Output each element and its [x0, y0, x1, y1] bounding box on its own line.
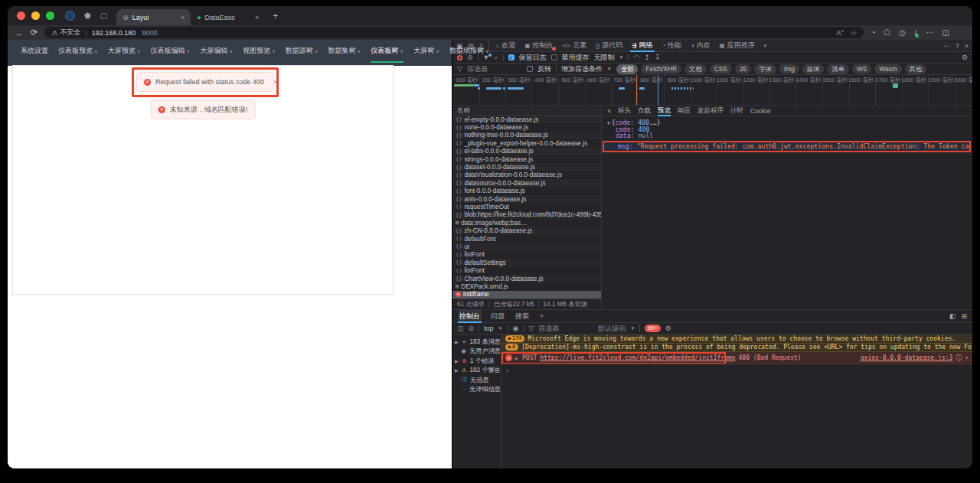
extensions-icon[interactable]: ⬠ — [884, 28, 890, 37]
dock-panel-icon[interactable]: ◧ — [949, 312, 956, 320]
filter-chip-Img[interactable]: Img — [779, 64, 799, 73]
page-nav-item[interactable]: 系统设置 — [21, 46, 48, 66]
search-icon[interactable]: ⌕ — [494, 54, 498, 62]
filter-chip-WS[interactable]: WS — [852, 64, 871, 73]
expander-icon[interactable]: ▶ — [515, 355, 519, 361]
expander-icon[interactable]: ▼ — [607, 120, 610, 126]
request-row[interactable]: {}datasource-0.0.0-dataease.js — [452, 179, 601, 187]
console-drawer-tab-问题[interactable]: 问题 — [489, 310, 506, 323]
console-sidebar-item[interactable]: ▶⊗1 个错误 — [452, 356, 501, 366]
request-row[interactable]: {}strings-0.0.0-dataease.js — [452, 155, 601, 163]
request-row[interactable]: {}nothing-tree-0.0.0-dataease.js — [452, 132, 601, 139]
new-tab-button[interactable]: + — [273, 11, 278, 21]
tab-actions-icon[interactable]: ▢ — [100, 6, 107, 25]
minimize-window-button[interactable] — [31, 11, 40, 20]
page-nav-item[interactable]: 视图预览∨ — [243, 46, 276, 66]
source-link[interactable]: axios-0.0.0-dataease.js:3 — [861, 354, 952, 361]
devtools-tab-源代码[interactable]: {}源代码 — [594, 40, 624, 52]
close-window-button[interactable] — [17, 11, 25, 20]
console-sidebar-item[interactable]: ▶≡183 条消息 — [452, 337, 501, 347]
devtools-tab-网络[interactable]: ⇶网络 — [630, 40, 654, 52]
console-sidebar-item[interactable]: ◉无用户消息 — [452, 347, 501, 357]
close-tab-icon[interactable]: × — [181, 14, 185, 21]
expand-panel-icon[interactable]: ⊞ — [961, 312, 967, 320]
request-row[interactable]: ▤data:image/webp;bas… — [452, 219, 601, 227]
close-tab-icon[interactable]: × — [255, 14, 259, 21]
console-warning-message[interactable]: ▶8[Deprecation]-ms-high-constrast is in … — [501, 344, 972, 353]
downloads-icon[interactable]: ⭣ — [914, 28, 918, 38]
not-secure-badge[interactable]: ⚠ 不安全 — [51, 28, 80, 38]
filter-chip-CSS[interactable]: CSS — [710, 64, 732, 73]
request-row[interactable]: {}dataset-0.0.0-dataease.js — [452, 163, 601, 171]
filter-chip-JS[interactable]: JS — [735, 64, 752, 73]
reload-button[interactable]: ⟳ — [31, 28, 38, 38]
preview-property-line[interactable]: msg: "Request processing failed: com.aut… — [604, 143, 971, 150]
request-row[interactable]: {}antv-0.0.0-dataease.js — [452, 195, 601, 203]
filter-chip-Fetch/XHR[interactable]: Fetch/XHR — [641, 64, 681, 73]
request-row[interactable]: {}dataVisualization-0.0.0-dataease.js — [452, 171, 601, 179]
detail-tab-计时[interactable]: 计时 — [730, 106, 743, 116]
devtools-tab-欢迎[interactable]: ⌂欢迎 — [495, 40, 518, 52]
console-prompt[interactable]: › — [501, 364, 972, 377]
sidebar-toggle-icon[interactable]: ◫ — [942, 28, 949, 37]
address-bar[interactable]: ⚠ 不安全 | 192.168.0.180 :8000 A° ☆ — [44, 27, 864, 38]
browser-tab-dataease[interactable]: ● DataEase × — [191, 9, 265, 25]
filter-chip-其他[interactable]: 其他 — [905, 64, 927, 74]
repeat-count-badge[interactable]: ▶8 — [505, 344, 518, 351]
console-filter-input[interactable]: 筛选器 — [538, 324, 593, 334]
shield-icon[interactable]: ⬟ — [84, 6, 91, 25]
request-row[interactable]: {}blob:https://live.fit2cloud.com/8d7dea… — [452, 211, 601, 219]
page-nav-item[interactable]: 数据集树∨ — [328, 46, 361, 66]
export-har-icon[interactable]: ↧ — [655, 54, 661, 61]
filter-chip-字体[interactable]: 字体 — [754, 64, 776, 74]
filter-chip-全部[interactable]: 全部 — [616, 64, 639, 74]
browser-tab-layui[interactable]: ⊕ Layui × — [116, 9, 191, 25]
console-warning-message[interactable]: ▶174Microsoft Edge is moving towards a n… — [501, 335, 972, 344]
request-row[interactable]: ()listFont — [452, 251, 601, 259]
devtools-close-icon[interactable]: × — [965, 42, 969, 50]
favorite-star-icon[interactable]: ☆ — [851, 29, 857, 37]
preview-property-line[interactable]: data: null — [602, 132, 972, 139]
expander-icon[interactable]: ▶ — [455, 358, 459, 364]
request-row[interactable]: ()ui — [452, 243, 601, 250]
page-nav-item[interactable]: 大屏编辑∨ — [200, 46, 233, 66]
add-drawer-tab-button[interactable]: + — [538, 310, 545, 323]
detail-tab-标头[interactable]: 标头 — [618, 106, 631, 116]
request-row[interactable]: {}font-0.0.0-dataease.js — [452, 188, 601, 195]
more-filters-dropdown[interactable]: 增加筛选条件 — [561, 64, 603, 74]
throttling-select[interactable]: 无限制 — [594, 53, 615, 63]
console-sidebar-toggle-icon[interactable]: ◫ — [457, 325, 464, 332]
maximize-window-button[interactable] — [46, 11, 54, 20]
console-sidebar-item[interactable]: ⓘ无信息 — [452, 375, 501, 385]
invert-filter-checkbox[interactable] — [527, 66, 533, 72]
request-row[interactable]: {}el-tabs-0.0.0-dataease.js — [452, 148, 601, 155]
page-nav-item[interactable]: 仪表板预览∨ — [58, 46, 98, 66]
request-row[interactable]: ()defaultFont — [452, 235, 601, 243]
devtools-tab-内存[interactable]: ◑内存 — [689, 40, 712, 52]
more-tools-tab-button[interactable]: + — [762, 40, 769, 52]
network-overview-timeline[interactable]: 100 毫秒200 毫秒300 毫秒400 毫秒500 毫秒600 毫秒700 … — [452, 75, 972, 106]
back-button[interactable]: ← — [15, 28, 24, 38]
history-icon[interactable]: ◷ — [899, 28, 906, 37]
disable-cache-checkbox[interactable] — [551, 54, 557, 60]
request-row[interactable]: {}zh-CN-0.0.0-dataease.js — [452, 227, 601, 234]
disable-cache-label[interactable]: 禁用缓存 — [562, 53, 590, 63]
page-nav-item[interactable]: 仪表板编辑∨ — [151, 46, 191, 66]
request-url-link[interactable]: https://live.fit2cloud.com/de2api/embedd… — [540, 354, 735, 361]
read-aloud-icon[interactable]: A° — [837, 29, 844, 37]
request-table-header[interactable]: 名称 — [452, 106, 601, 116]
request-row[interactable]: ()defaultSettings — [452, 259, 601, 266]
detail-tab-发起程序[interactable]: 发起程序 — [697, 106, 724, 116]
request-row[interactable]: {}none-0.0.0-dataease.js — [452, 123, 601, 131]
browser-essentials-icon[interactable]: ◔ — [871, 28, 875, 37]
devtools-tab-性能[interactable]: ◔性能 — [661, 40, 684, 52]
detail-tab-负载[interactable]: 负载 — [638, 106, 651, 116]
preserve-log-label[interactable]: 保留日志 — [519, 53, 547, 63]
request-row[interactable]: ()requestTimeOut — [452, 203, 601, 210]
search-icon[interactable]: ⌕ — [965, 354, 969, 361]
filter-chip-Wasm[interactable]: Wasm — [874, 64, 901, 73]
console-sidebar-item[interactable]: ◌无详细信息 — [452, 385, 501, 395]
detail-tab-预览[interactable]: 预览 — [658, 106, 671, 116]
request-row[interactable]: {}ChartView-0.0.0-dataease.js — [452, 275, 601, 282]
filter-chip-清单[interactable]: 清单 — [827, 64, 849, 74]
